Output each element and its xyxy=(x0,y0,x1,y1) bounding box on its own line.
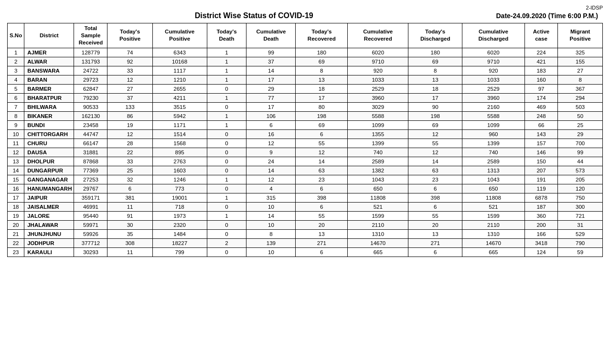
table-cell-17-12: 300 xyxy=(558,202,603,211)
table-cell-14-3: 32 xyxy=(107,175,152,184)
table-cell-15-12: 120 xyxy=(558,184,603,193)
table-cell-17-10: 521 xyxy=(462,202,525,211)
table-cell-8-11: 66 xyxy=(524,120,558,129)
table-cell-5-7: 17 xyxy=(296,93,348,102)
table-cell-18-10: 1599 xyxy=(462,211,525,220)
table-cell-19-1: JHALAWAR xyxy=(24,220,74,229)
table-cell-18-0: 19 xyxy=(8,211,24,220)
table-cell-12-10: 2589 xyxy=(462,157,525,166)
table-cell-5-9: 17 xyxy=(408,93,462,102)
table-cell-16-7: 398 xyxy=(296,193,348,202)
table-cell-0-10: 6020 xyxy=(462,48,525,57)
table-row: 8BIKANER16213086594211061985588198558824… xyxy=(8,111,603,120)
table-cell-3-8: 1033 xyxy=(348,75,408,84)
table-row: 6BHARATPUR792303742111771739601739601742… xyxy=(8,93,603,102)
table-cell-22-12: 59 xyxy=(558,247,603,257)
table-cell-17-9: 6 xyxy=(408,202,462,211)
table-cell-13-12: 573 xyxy=(558,166,603,175)
table-cell-17-5: 0 xyxy=(207,202,246,211)
col-header-3: Today's Positive xyxy=(107,23,152,48)
table-cell-15-8: 650 xyxy=(348,184,408,193)
table-cell-12-0: 13 xyxy=(8,157,24,166)
table-cell-14-4: 1246 xyxy=(152,175,207,184)
table-cell-11-9: 12 xyxy=(408,148,462,157)
table-cell-13-7: 63 xyxy=(296,166,348,175)
table-row: 13DHOLPUR8786833276302414258914258915044 xyxy=(8,157,603,166)
table-cell-22-2: 30293 xyxy=(74,247,107,257)
table-cell-11-10: 740 xyxy=(462,148,525,157)
table-cell-22-10: 665 xyxy=(462,247,525,257)
table-cell-13-1: DUNGARPUR xyxy=(24,166,74,175)
table-row: 19JALORE95440911973114551599551599360721 xyxy=(8,211,603,220)
table-cell-14-7: 23 xyxy=(296,175,348,184)
table-cell-4-8: 2529 xyxy=(348,84,408,93)
table-cell-16-4: 19001 xyxy=(152,193,207,202)
table-cell-9-12: 29 xyxy=(558,129,603,139)
table-cell-3-7: 13 xyxy=(296,75,348,84)
table-cell-18-5: 1 xyxy=(207,211,246,220)
table-cell-2-12: 27 xyxy=(558,66,603,75)
table-cell-0-3: 74 xyxy=(107,48,152,57)
table-cell-6-8: 3029 xyxy=(348,102,408,111)
table-cell-10-12: 700 xyxy=(558,139,603,148)
table-cell-20-8: 1310 xyxy=(348,229,408,238)
table-cell-12-4: 2763 xyxy=(152,157,207,166)
table-cell-6-6: 17 xyxy=(246,102,296,111)
table-cell-18-2: 95440 xyxy=(74,211,107,220)
table-cell-12-6: 24 xyxy=(246,157,296,166)
table-cell-7-8: 5588 xyxy=(348,111,408,120)
table-cell-13-11: 207 xyxy=(524,166,558,175)
table-cell-22-7: 6 xyxy=(296,247,348,257)
col-header-11: Active case xyxy=(524,23,558,48)
table-cell-13-5: 0 xyxy=(207,166,246,175)
table-cell-15-6: 4 xyxy=(246,184,296,193)
col-header-7: Today's Recovered xyxy=(296,23,348,48)
table-cell-19-10: 2110 xyxy=(462,220,525,229)
table-cell-16-10: 11808 xyxy=(462,193,525,202)
table-cell-14-0: 15 xyxy=(8,175,24,184)
table-cell-3-2: 29723 xyxy=(74,75,107,84)
table-cell-6-1: BHILWARA xyxy=(24,102,74,111)
table-cell-16-6: 315 xyxy=(246,193,296,202)
table-cell-11-2: 31881 xyxy=(74,148,107,157)
table-cell-18-11: 360 xyxy=(524,211,558,220)
table-cell-12-5: 0 xyxy=(207,157,246,166)
table-cell-2-4: 1117 xyxy=(152,66,207,75)
table-cell-15-5: 0 xyxy=(207,184,246,193)
table-cell-15-2: 29767 xyxy=(74,184,107,193)
table-cell-3-1: BARAN xyxy=(24,75,74,84)
table-cell-9-6: 16 xyxy=(246,129,296,139)
table-cell-7-5: 1 xyxy=(207,111,246,120)
table-cell-14-11: 191 xyxy=(524,175,558,184)
table-cell-13-8: 1382 xyxy=(348,166,408,175)
table-cell-15-1: HANUMANGARH xyxy=(24,184,74,193)
document-id: 2-IDSP xyxy=(7,5,603,11)
table-cell-0-7: 180 xyxy=(296,48,348,57)
table-cell-6-7: 80 xyxy=(296,102,348,111)
table-cell-4-1: BARMER xyxy=(24,84,74,93)
table-cell-3-0: 4 xyxy=(8,75,24,84)
table-cell-4-12: 367 xyxy=(558,84,603,93)
table-cell-6-3: 133 xyxy=(107,102,152,111)
page-title: District Wise Status of COVID-19 xyxy=(12,11,496,20)
table-row: 3BANSWARA247223311171148920892018327 xyxy=(8,66,603,75)
table-cell-11-1: DAUSA xyxy=(24,148,74,157)
table-cell-9-7: 6 xyxy=(296,129,348,139)
table-cell-7-4: 5942 xyxy=(152,111,207,120)
table-row: 23KARAULI30293117990106665666512459 xyxy=(8,247,603,257)
table-cell-5-6: 77 xyxy=(246,93,296,102)
table-cell-9-8: 1355 xyxy=(348,129,408,139)
table-cell-20-5: 0 xyxy=(207,229,246,238)
table-cell-20-7: 13 xyxy=(296,229,348,238)
table-cell-8-2: 23458 xyxy=(74,120,107,129)
table-cell-5-12: 294 xyxy=(558,93,603,102)
table-cell-11-0: 12 xyxy=(8,148,24,157)
col-header-2: Total Sample Received xyxy=(74,23,107,48)
table-cell-8-6: 6 xyxy=(246,120,296,129)
table-cell-20-2: 59926 xyxy=(74,229,107,238)
table-cell-14-8: 1043 xyxy=(348,175,408,184)
table-cell-10-9: 55 xyxy=(408,139,462,148)
table-cell-10-0: 11 xyxy=(8,139,24,148)
table-cell-16-9: 398 xyxy=(408,193,462,202)
table-cell-7-12: 50 xyxy=(558,111,603,120)
